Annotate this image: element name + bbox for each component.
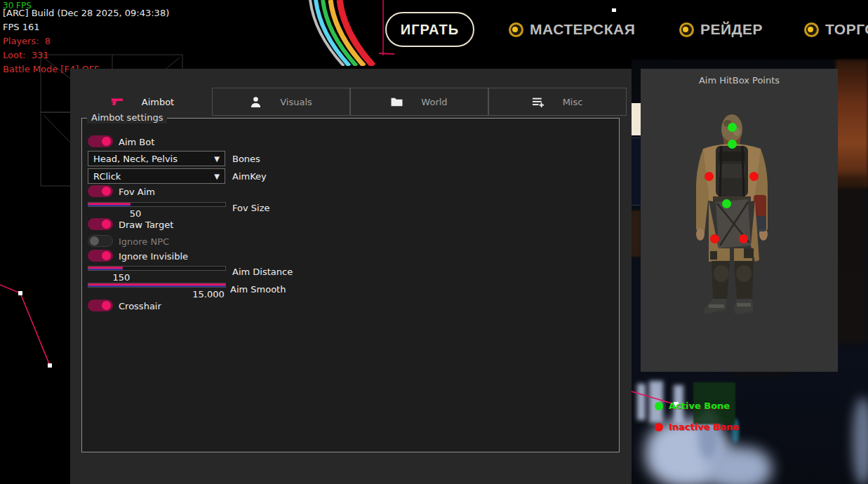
bone-dot-right-shoulder	[749, 172, 759, 181]
bone-dot-neck	[728, 140, 737, 149]
bone-dot-left-thigh	[710, 234, 719, 243]
draw-target-label: Draw Target	[119, 220, 173, 230]
menu-item-raider[interactable]: РЕЙДЕР	[679, 21, 763, 38]
ignore-invisible-toggle[interactable]	[88, 250, 113, 262]
aim-smooth-value: 15.000	[187, 289, 229, 300]
tab-visuals[interactable]: Visuals	[212, 88, 350, 116]
menu-item-label: РЕЙДЕР	[700, 21, 763, 38]
play-button[interactable]: ИГРАТЬ	[385, 12, 474, 47]
fps-text: FPS 161	[3, 22, 40, 32]
person-icon	[250, 96, 262, 108]
build-info-text: [ARC] Build (Dec 28 2025, 09:43:38)	[3, 8, 169, 18]
legend-label: Inactive Bone	[669, 422, 739, 432]
cheat-menu-panel: Aimbot Visuals World Misc	[70, 69, 632, 484]
game-screen: { "overlay": { "fps_counter": "30 FPS", …	[0, 0, 868, 484]
fov-size-label: Fov Size	[232, 203, 269, 213]
bones-label: Bones	[232, 154, 260, 164]
group-title: Aimbot settings	[87, 112, 167, 123]
aim-bot-label: Aim Bot	[119, 137, 154, 147]
pistol-icon	[112, 96, 123, 108]
hud-dot	[612, 8, 616, 12]
loot-count-text: Loot: 331	[3, 50, 48, 60]
legend-inactive-bone: Inactive Bone	[655, 422, 739, 432]
aim-smooth-label: Aim Smooth	[230, 284, 286, 295]
aimkey-label: AimKey	[232, 171, 267, 182]
aim-distance-value: 150	[100, 272, 142, 283]
aim-distance-slider-fill	[88, 267, 123, 270]
tab-misc[interactable]: Misc	[488, 88, 627, 116]
aim-smooth-slider-fill	[88, 283, 225, 287]
tab-label: World	[421, 97, 447, 107]
chevron-down-icon: ▼	[214, 155, 220, 163]
aim-smooth-slider[interactable]	[88, 283, 226, 288]
ignore-invisible-label: Ignore Invisible	[119, 251, 188, 262]
tab-label: Visuals	[280, 97, 312, 107]
fov-size-slider-fill	[88, 203, 131, 206]
coin-icon	[679, 22, 694, 37]
ignore-npc-label: Ignore NPC	[119, 236, 169, 247]
playlist-add-icon	[533, 96, 545, 108]
ignore-npc-toggle[interactable]	[88, 235, 113, 247]
bones-dropdown-value: Head, Neck, Pelvis	[93, 154, 178, 164]
folder-icon	[391, 96, 403, 108]
menu-item-label: ТОРГО	[825, 21, 868, 38]
legend-label: Active Bone	[669, 401, 730, 411]
bone-dot-head	[728, 123, 737, 132]
aim-distance-slider[interactable]	[88, 266, 226, 271]
crosshair-label: Crosshair	[119, 301, 161, 311]
menu-item-label: МАСТЕРСКАЯ	[530, 21, 635, 38]
tab-label: Misc	[563, 97, 583, 107]
bone-dot-pelvis	[722, 199, 731, 208]
aimbot-settings-group: Aimbot settings Aim Bot Head, Neck, Pelv…	[81, 118, 620, 452]
tab-world[interactable]: World	[350, 88, 488, 116]
inactive-bone-dot-icon	[655, 423, 663, 431]
players-count-text: Players: 8	[3, 36, 51, 46]
tab-bar: Aimbot Visuals World Misc	[74, 88, 627, 116]
aim-bot-toggle[interactable]	[88, 135, 113, 147]
menu-item-workshop[interactable]: МАСТЕРСКАЯ	[509, 21, 635, 38]
aimkey-dropdown[interactable]: RClick ▼	[88, 168, 225, 184]
play-button-label: ИГРАТЬ	[401, 22, 459, 38]
fov-size-value: 50	[114, 208, 156, 219]
aim-distance-label: Aim Distance	[232, 267, 293, 277]
fov-size-slider[interactable]	[88, 202, 226, 207]
tab-aimbot[interactable]: Aimbot	[74, 88, 212, 116]
crosshair-toggle[interactable]	[88, 300, 113, 311]
legend-active-bone: Active Bone	[655, 401, 730, 411]
draw-target-toggle[interactable]	[88, 218, 113, 230]
chevron-down-icon: ▼	[214, 173, 220, 180]
bone-dot-left-shoulder	[705, 172, 714, 181]
fov-aim-toggle[interactable]	[88, 185, 113, 197]
hitbox-panel: Aim HitBox Points	[641, 69, 838, 372]
coin-icon	[509, 22, 523, 37]
fov-aim-label: Fov Aim	[119, 187, 155, 197]
coin-icon	[804, 22, 819, 37]
aimkey-dropdown-value: RClick	[93, 171, 121, 182]
menu-item-trade[interactable]: ТОРГО	[804, 21, 868, 38]
bone-dot-right-thigh	[739, 234, 748, 243]
active-bone-dot-icon	[655, 402, 663, 410]
tab-label: Aimbot	[142, 97, 174, 107]
bones-dropdown[interactable]: Head, Neck, Pelvis ▼	[88, 151, 225, 166]
hitbox-panel-title: Aim HitBox Points	[641, 75, 838, 86]
